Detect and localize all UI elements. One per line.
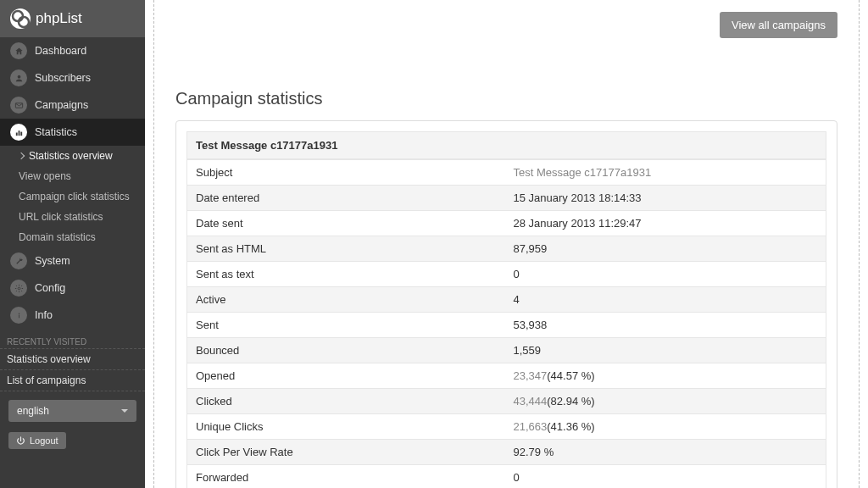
nav-label: Statistics [35,126,77,138]
main-content: View all campaigns Campaign statistics T… [145,0,868,488]
mail-icon [10,97,27,114]
row-date-entered: Date entered15 January 2013 18:14:33 [187,186,826,211]
chevron-down-icon [121,409,128,413]
campaign-stats-card: Test Message c17177a1931 SubjectTest Mes… [175,120,837,488]
svg-rect-9 [19,314,19,318]
row-subject: SubjectTest Message c17177a1931 [187,160,826,186]
row-opened: Opened23,347(44.57 %) [187,363,826,389]
svg-point-7 [18,287,20,290]
subnav-url-clicks[interactable]: URL click statistics [0,207,145,227]
campaign-name: Test Message c17177a1931 [186,131,826,159]
logout-button[interactable]: Logout [8,432,66,449]
row-active: Active4 [187,287,826,313]
nav-label: Info [35,309,53,321]
row-clicked: Clicked43,444(82.94 %) [187,389,826,414]
sidebar: phpList Dashboard Subscribers Campaigns … [0,0,145,488]
statistics-subnav: Statistics overview View opens Campaign … [0,146,145,247]
row-cpvr: Click Per View Rate92.79 % [187,440,826,465]
chevron-right-icon [18,152,25,159]
nav-label: Config [35,282,65,294]
gear-icon [10,280,27,297]
nav-label: System [35,255,70,267]
nav-info[interactable]: Info [0,302,145,329]
chart-icon [10,124,27,141]
subnav-campaign-clicks[interactable]: Campaign click statistics [0,186,145,207]
row-sent-html: Sent as HTML87,959 [187,236,826,262]
svg-rect-4 [15,132,17,136]
row-forwarded: Forwarded0 [187,465,826,489]
svg-point-1 [19,17,29,27]
row-bounced: Bounced1,559 [187,338,826,363]
home-icon [10,42,27,59]
svg-point-2 [17,75,20,78]
clicked-link[interactable]: 43,444 [514,395,548,408]
logo[interactable]: phpList [0,0,145,37]
logo-icon [10,8,31,29]
nav-statistics[interactable]: Statistics [0,119,145,146]
nav-config[interactable]: Config [0,274,145,302]
svg-rect-6 [20,131,22,136]
recently-visited-header: RECENTLY VISITED [0,334,145,349]
nav-system[interactable]: System [0,247,145,274]
language-select[interactable]: english [8,400,136,422]
nav-label: Campaigns [35,99,88,111]
row-sent-text: Sent as text0 [187,262,826,287]
logo-text: phpList [36,10,82,27]
svg-point-8 [18,313,19,313]
subnav-view-opens[interactable]: View opens [0,166,145,186]
view-all-campaigns-button[interactable]: View all campaigns [720,12,837,38]
recent-item[interactable]: Statistics overview [0,349,145,370]
nav-label: Dashboard [35,45,86,57]
info-icon [10,307,27,324]
nav-subscribers[interactable]: Subscribers [0,64,145,92]
subnav-domain[interactable]: Domain statistics [0,227,145,247]
unique-link[interactable]: 21,663 [514,420,548,433]
logout-label: Logout [30,435,58,446]
power-icon [16,436,25,446]
row-unique: Unique Clicks21,663(41.36 %) [187,414,826,440]
wrench-icon [10,252,27,269]
nav-dashboard[interactable]: Dashboard [0,37,145,64]
nav-campaigns[interactable]: Campaigns [0,92,145,119]
svg-rect-5 [18,130,19,136]
nav-label: Subscribers [35,72,91,84]
language-value: english [17,405,49,417]
opened-link[interactable]: 23,347 [514,369,548,382]
recent-item[interactable]: List of campaigns [0,370,145,391]
subject-link[interactable]: Test Message c17177a1931 [514,166,652,179]
user-icon [10,69,27,86]
row-date-sent: Date sent28 January 2013 11:29:47 [187,211,826,236]
subnav-overview[interactable]: Statistics overview [0,146,145,166]
page-title: Campaign statistics [175,38,837,108]
row-sent: Sent53,938 [187,313,826,338]
svg-point-0 [13,11,23,21]
stats-table: SubjectTest Message c17177a1931 Date ent… [186,159,826,488]
